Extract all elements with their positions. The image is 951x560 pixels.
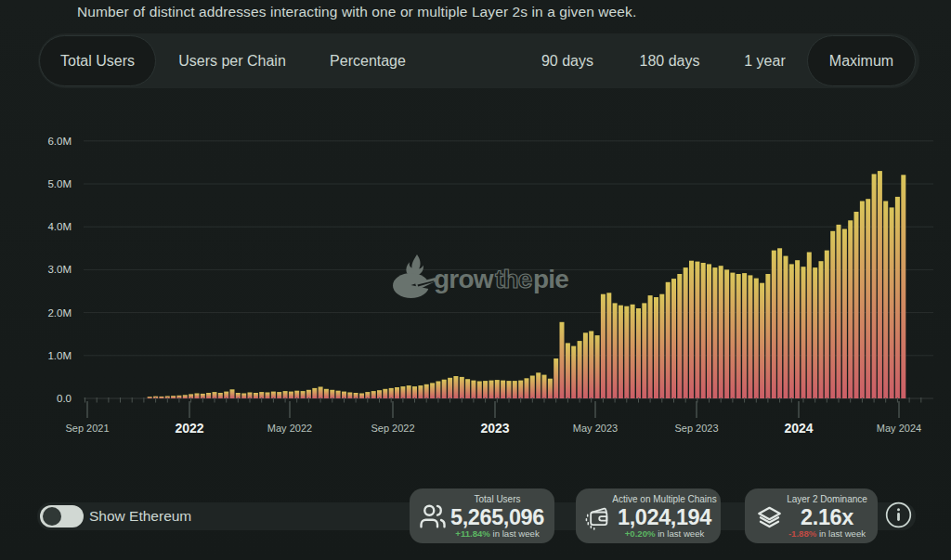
svg-text:3.0M: 3.0M: [47, 264, 72, 275]
svg-text:grow: grow: [434, 265, 494, 293]
svg-text:1.0M: 1.0M: [47, 350, 72, 361]
svg-text:Sep 2022: Sep 2022: [371, 423, 414, 434]
svg-text:May 2023: May 2023: [573, 423, 618, 434]
svg-text:2023: 2023: [480, 421, 509, 436]
svg-text:Sep 2023: Sep 2023: [674, 423, 718, 434]
svg-text:May 2024: May 2024: [877, 423, 921, 434]
svg-text:0.0: 0.0: [57, 393, 72, 404]
svg-text:6.0M: 6.0M: [47, 136, 72, 147]
svg-text:2.0M: 2.0M: [47, 307, 72, 319]
svg-text:5.0M: 5.0M: [47, 178, 72, 189]
svg-text:pie: pie: [533, 265, 568, 293]
svg-text:4.0M: 4.0M: [47, 221, 72, 232]
svg-text:Sep 2021: Sep 2021: [65, 423, 109, 434]
svg-text:2022: 2022: [175, 421, 203, 436]
svg-text:the: the: [495, 265, 532, 293]
svg-text:2024: 2024: [784, 421, 813, 436]
svg-text:May 2022: May 2022: [267, 423, 312, 434]
